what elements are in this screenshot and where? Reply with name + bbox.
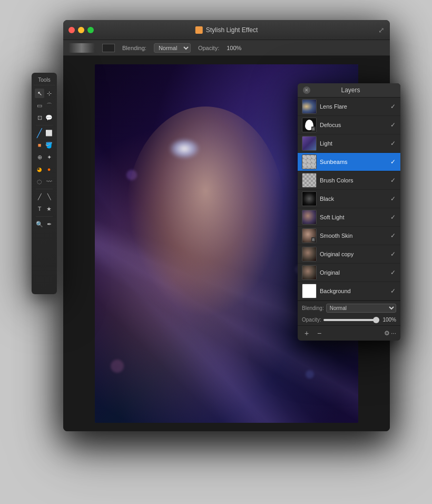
rect-select-tool[interactable]: ▭	[35, 101, 44, 110]
layer-visible-black[interactable]: ✓	[390, 195, 396, 202]
opacity-slider[interactable]	[323, 319, 379, 321]
bokeh-6	[306, 370, 314, 379]
tool-row-3: ⊡ 💬	[34, 112, 55, 123]
gradient-tool[interactable]: ■	[35, 140, 44, 150]
layer-settings-button[interactable]: ⚙ ···	[384, 329, 396, 337]
eyedropper-tool[interactable]: ✒	[44, 219, 54, 229]
face-glow	[169, 138, 200, 159]
layer-thumb-black	[302, 191, 317, 206]
color-swatch[interactable]	[102, 44, 115, 52]
layer-name-soft-light: Soft Light	[320, 214, 387, 220]
eraser-tool[interactable]: ⬜	[44, 128, 54, 138]
minimize-button[interactable]	[78, 27, 84, 33]
layer-visible-original[interactable]: ✓	[390, 269, 396, 276]
layer-background[interactable]: Background ✓	[298, 282, 400, 301]
layers-panel: ✕ Layers Lens Flare ✓ 8 Defocus ✓ Light …	[298, 83, 400, 341]
opacity-slider-fill	[323, 319, 379, 321]
layer-name-smooth-skin: Smooth Skin	[320, 232, 387, 239]
lasso-tool[interactable]: ⌒	[44, 101, 54, 110]
brush-tool[interactable]: ╱	[35, 128, 44, 138]
tool-row-8: ◌ 〰	[34, 176, 55, 187]
layer-defocus[interactable]: 8 Defocus ✓	[298, 116, 400, 134]
path-tool[interactable]: ╲	[44, 192, 54, 201]
crop-tool[interactable]: ⊡	[35, 113, 44, 122]
layer-lens-flare[interactable]: Lens Flare ✓	[298, 98, 400, 116]
layer-badge-defocus: 8	[311, 127, 316, 131]
smudge-tool[interactable]: 〰	[44, 177, 54, 186]
brush-preview	[68, 43, 95, 53]
zoom-tool[interactable]: 🔍	[35, 219, 44, 229]
layer-visible-smooth-skin[interactable]: ✓	[390, 232, 396, 239]
layers-header: ✕ Layers	[298, 83, 400, 98]
layer-visible-background[interactable]: ✓	[390, 287, 396, 295]
opacity-value: 100%	[227, 45, 241, 51]
layer-name-background: Background	[320, 288, 387, 294]
layer-visible-soft-light[interactable]: ✓	[390, 214, 396, 221]
tool-separator-1	[36, 125, 53, 125]
tools-panel: Tools ↖ ⊹ ▭ ⌒ ⊡ 💬 ╱ ⬜ ■ 🪣	[32, 73, 57, 294]
blending-select[interactable]: Normal Multiply Screen Overlay	[154, 43, 191, 53]
text-tool[interactable]: T	[35, 204, 44, 214]
add-layer-button[interactable]: +	[302, 328, 311, 338]
fullscreen-button[interactable]: ⤢	[378, 26, 385, 34]
layer-visible-brush-colors[interactable]: ✓	[390, 177, 396, 184]
window-title: Stylish Light Effect	[206, 26, 258, 34]
layer-thumb-light	[302, 136, 317, 151]
layer-brush-colors[interactable]: Brush Colors ✓	[298, 171, 400, 190]
blending-label: Blending:	[302, 305, 324, 311]
healing-tool[interactable]: ⊕	[35, 152, 44, 162]
layers-close-button[interactable]: ✕	[303, 86, 310, 94]
layers-footer: + − ⚙ ···	[298, 325, 400, 341]
layer-original-copy[interactable]: Original copy ✓	[298, 245, 400, 264]
blur-tool[interactable]: ◌	[35, 177, 44, 186]
burn-tool[interactable]: ●	[44, 164, 54, 174]
layer-original[interactable]: Original ✓	[298, 264, 400, 282]
paint-bucket-tool[interactable]: 🪣	[44, 140, 54, 150]
layer-black[interactable]: Black ✓	[298, 190, 400, 208]
layer-visible-original-copy[interactable]: ✓	[390, 250, 396, 258]
tools-title: Tools	[34, 76, 55, 85]
layer-sunbeams[interactable]: Sunbeams ✓	[298, 153, 400, 171]
layer-name-black: Black	[320, 196, 387, 202]
layer-thumb-lens-flare	[302, 99, 317, 114]
layers-blending-row: Blending: Normal Multiply Screen Overlay…	[298, 301, 400, 315]
traffic-lights	[68, 27, 94, 33]
close-button[interactable]	[68, 27, 75, 33]
layer-light[interactable]: Light ✓	[298, 134, 400, 153]
tool-row-11: 🔍 ✒	[34, 218, 55, 230]
bokeh-5	[111, 360, 124, 373]
title-bar: Stylish Light Effect ⤢	[63, 20, 390, 40]
selection-tool[interactable]: ↖	[35, 89, 44, 98]
gear-icon: ⚙	[384, 329, 390, 337]
layer-thumb-soft-light	[302, 210, 317, 225]
tool-row-5: ■ 🪣	[34, 139, 55, 151]
clone-stamp-tool[interactable]: ✦	[44, 152, 54, 162]
tool-row-7: ◕ ●	[34, 163, 55, 175]
magic-wand-tool[interactable]: ⊹	[44, 89, 54, 98]
shape-tool[interactable]: ★	[44, 204, 54, 214]
layer-visible-defocus[interactable]: ✓	[390, 121, 396, 129]
opacity-handle[interactable]	[373, 317, 379, 323]
layer-thumb-background	[302, 284, 317, 298]
opacity-label: Opacity:	[198, 45, 219, 51]
speech-tool[interactable]: 💬	[44, 113, 54, 122]
layer-soft-light[interactable]: Soft Light ✓	[298, 208, 400, 227]
layer-name-brush-colors: Brush Colors	[320, 177, 387, 183]
maximize-button[interactable]	[87, 27, 94, 33]
remove-layer-button[interactable]: −	[315, 328, 324, 338]
layers-blending-select[interactable]: Normal Multiply Screen Overlay Soft Ligh…	[326, 304, 396, 313]
opacity-value: 100%	[381, 317, 396, 323]
tool-row-4: ╱ ⬜	[34, 127, 55, 139]
layer-thumb-original-copy	[302, 247, 317, 261]
settings-dots: ···	[391, 329, 396, 337]
pen-tool[interactable]: ╱	[35, 192, 44, 201]
dodge-tool[interactable]: ◕	[35, 164, 44, 174]
layer-name-original: Original	[320, 269, 387, 276]
layer-visible-light[interactable]: ✓	[390, 140, 396, 147]
layer-thumb-smooth-skin: 8	[302, 228, 317, 243]
layer-visible-sunbeams[interactable]: ✓	[390, 158, 396, 166]
layer-smooth-skin[interactable]: 8 Smooth Skin ✓	[298, 227, 400, 245]
tool-row-6: ⊕ ✦	[34, 151, 55, 163]
layer-thumb-original	[302, 265, 317, 280]
layer-visible-lens-flare[interactable]: ✓	[390, 103, 396, 110]
